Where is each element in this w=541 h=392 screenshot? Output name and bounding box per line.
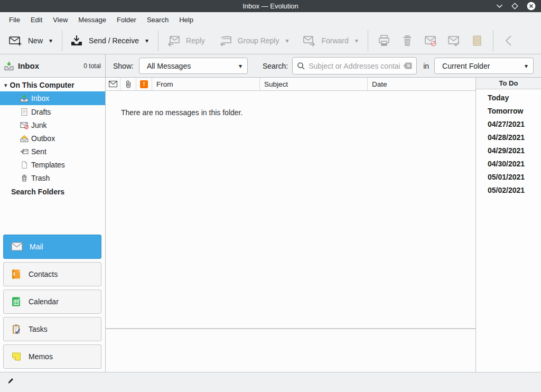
column-status[interactable] <box>106 78 120 90</box>
sidebar-folder-outbox[interactable]: Outbox <box>0 132 105 145</box>
close-icon[interactable] <box>527 2 536 11</box>
todo-title: To Do <box>499 79 518 87</box>
filter-bar: Inbox 0 total Show: All Messages ▾ Searc… <box>0 54 541 78</box>
junk-icon <box>20 121 29 129</box>
account-on-this-computer[interactable]: ▾ On This Computer <box>0 79 105 91</box>
switcher-mail-button[interactable]: Mail <box>3 235 101 259</box>
column-subject-label: Subject <box>264 80 288 88</box>
new-button-label: New <box>28 36 43 45</box>
switcher-calendar-button[interactable]: Calendar <box>3 290 101 314</box>
send-receive-dropdown-arrow[interactable]: ▾ <box>140 35 154 46</box>
drafts-icon <box>20 108 29 116</box>
folder-label: Drafts <box>31 108 51 116</box>
templates-icon <box>20 161 29 169</box>
new-button[interactable]: New <box>7 32 44 50</box>
todo-item-today[interactable]: Today <box>476 91 541 104</box>
todo-item-tomorrow[interactable]: Tomorrow <box>476 104 541 117</box>
maximize-icon[interactable] <box>511 2 519 10</box>
show-filter-dropdown[interactable]: All Messages ▾ <box>139 58 248 74</box>
paperclip-icon <box>125 80 132 88</box>
column-attachment[interactable] <box>120 78 136 90</box>
envelope-icon <box>109 81 117 87</box>
search-label: Search: <box>263 62 288 70</box>
todo-item-date[interactable]: 04/29/2021 <box>476 144 541 157</box>
sidebar-folder-drafts[interactable]: Drafts <box>0 105 105 118</box>
titlebar: Inbox — Evolution <box>0 0 541 12</box>
preview-pane-divider[interactable] <box>106 328 475 329</box>
todo-item-date[interactable]: 05/02/2021 <box>476 183 541 197</box>
menu-file[interactable]: File <box>4 14 25 26</box>
menu-folder[interactable]: Folder <box>111 14 142 26</box>
trash-icon <box>20 174 29 182</box>
account-label: On This Computer <box>10 81 74 89</box>
sidebar-folder-templates[interactable]: Templates <box>0 158 105 171</box>
chevron-down-icon: ▾ <box>239 62 242 70</box>
in-label: in <box>423 62 429 70</box>
sidebar-folder-inbox[interactable]: Inbox <box>0 91 105 105</box>
search-entry[interactable] <box>292 57 417 74</box>
column-date-label: Date <box>372 80 387 88</box>
toolbar-separator <box>62 30 62 51</box>
sent-icon <box>20 147 29 156</box>
todo-item-date[interactable]: 04/28/2021 <box>476 130 541 144</box>
menu-view[interactable]: View <box>48 14 73 26</box>
folder-tree: ▾ On This Computer Inbox Drafts Junk <box>0 78 105 198</box>
memos-icon <box>11 351 22 362</box>
group-reply-icon <box>219 34 232 48</box>
toolbar-separator <box>368 30 368 51</box>
view-switcher: Mail Contacts Calendar Tasks <box>3 235 101 369</box>
sidebar-folder-trash[interactable]: Trash <box>0 171 105 184</box>
window-title: Inbox — Evolution <box>0 0 541 12</box>
group-reply-button[interactable]: Group Reply <box>218 32 281 50</box>
column-date[interactable]: Date <box>368 78 475 90</box>
forward-button[interactable]: Forward <box>301 32 349 50</box>
forward-dropdown-arrow[interactable]: ▾ <box>350 35 363 46</box>
send-receive-button[interactable]: Send / Receive <box>69 32 140 50</box>
todo-item-date[interactable]: 04/27/2021 <box>476 117 541 130</box>
sidebar-folder-sent[interactable]: Sent <box>0 145 105 158</box>
minimize-icon[interactable] <box>496 4 503 8</box>
group-reply-dropdown-arrow[interactable]: ▾ <box>280 35 294 46</box>
delete-button[interactable] <box>396 32 419 50</box>
archive-button[interactable] <box>465 32 489 50</box>
switcher-label: Calendar <box>29 297 59 306</box>
forward-icon <box>302 34 316 48</box>
search-scope-dropdown[interactable]: Current Folder ▾ <box>434 58 534 74</box>
column-from[interactable]: From <box>152 78 260 90</box>
menu-message[interactable]: Message <box>73 14 111 26</box>
not-junk-button[interactable] <box>442 32 465 50</box>
column-subject[interactable]: Subject <box>260 78 368 90</box>
switcher-label: Tasks <box>29 325 48 333</box>
folder-label: Junk <box>31 121 47 129</box>
new-dropdown-arrow[interactable]: ▾ <box>44 35 58 46</box>
menubar: File Edit View Message Folder Search Hel… <box>0 12 541 27</box>
menu-search[interactable]: Search <box>142 14 174 26</box>
switcher-memos-button[interactable]: Memos <box>3 344 101 369</box>
menu-edit[interactable]: Edit <box>25 14 48 26</box>
folder-label: Sent <box>31 147 46 156</box>
empty-folder-message: There are no messages in this folder. <box>121 108 242 117</box>
inbox-icon <box>20 94 29 102</box>
status-bar <box>0 372 541 392</box>
switcher-tasks-button[interactable]: Tasks <box>3 317 101 341</box>
reply-button[interactable]: Reply <box>166 32 206 50</box>
previous-message-button[interactable] <box>498 32 521 50</box>
switcher-contacts-button[interactable]: Contacts <box>3 262 101 286</box>
todo-item-date[interactable]: 04/30/2021 <box>476 157 541 170</box>
sidebar-search-folders[interactable]: Search Folders <box>0 185 105 198</box>
tasks-icon <box>11 324 22 334</box>
sidebar-folder-junk[interactable]: Junk <box>0 118 105 132</box>
print-button[interactable] <box>372 32 396 50</box>
menu-help[interactable]: Help <box>174 14 199 26</box>
search-input[interactable] <box>309 62 400 70</box>
expander-icon[interactable]: ▾ <box>4 82 7 88</box>
clear-search-icon[interactable] <box>403 62 412 69</box>
pencil-icon <box>7 377 14 385</box>
forward-label: Forward <box>321 36 348 45</box>
todo-item-date[interactable]: 05/01/2021 <box>476 170 541 183</box>
search-scope-value: Current Folder <box>442 62 520 70</box>
junk-button[interactable] <box>419 32 442 50</box>
column-important[interactable]: ! <box>136 78 152 90</box>
message-list-header: ! From Subject Date <box>106 78 475 91</box>
todo-panel: To Do Today Tomorrow 04/27/2021 04/28/20… <box>475 78 541 372</box>
